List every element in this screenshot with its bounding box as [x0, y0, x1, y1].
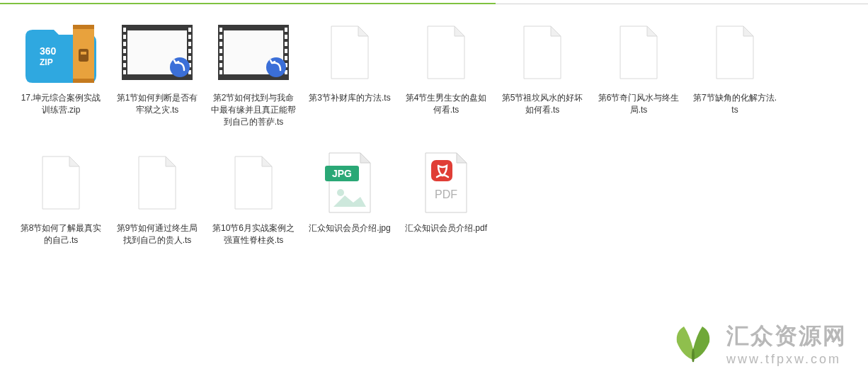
svg-rect-19 [188, 35, 191, 39]
file-name-label: 第4节生男生女的盘如何看.ts [401, 92, 491, 116]
svg-rect-3 [73, 25, 94, 29]
svg-point-44 [266, 57, 286, 77]
file-name-label: 第8节如何了解最真实的自己.ts [16, 222, 106, 246]
file-name-label: 第9节如何通过终生局找到自己的贵人.ts [112, 222, 202, 246]
svg-rect-16 [123, 63, 126, 67]
leaf-logo-icon [668, 321, 718, 367]
svg-rect-34 [219, 56, 222, 60]
svg-rect-38 [285, 35, 287, 39]
svg-rect-18 [188, 28, 191, 32]
pdf-icon: PDF [404, 147, 489, 218]
file-item[interactable]: 第5节祖坟风水的好坏如何看.ts [494, 14, 590, 130]
svg-rect-36 [219, 70, 222, 74]
file-name-label: 第10节6月实战案例之强直性脊柱炎.ts [208, 222, 299, 246]
svg-point-47 [337, 189, 344, 196]
blank-icon [115, 147, 200, 218]
svg-rect-5 [79, 49, 88, 62]
svg-text:JPG: JPG [332, 168, 352, 179]
svg-rect-39 [285, 42, 287, 46]
file-item[interactable]: 第3节补财库的方法.ts [302, 14, 398, 130]
svg-rect-12 [123, 35, 126, 39]
svg-rect-30 [219, 28, 222, 32]
watermark-url: www.tfpxw.com [726, 352, 841, 367]
file-item[interactable]: 第1节如何判断是否有牢狱之灾.ts [109, 14, 205, 130]
blank-icon [211, 147, 296, 218]
file-item[interactable]: 360 ZIP 17.坤元综合案例实战训练营.zip [13, 14, 109, 130]
svg-rect-20 [188, 42, 191, 46]
watermark-title: 汇众资源网 [726, 321, 847, 352]
svg-point-25 [170, 57, 190, 77]
svg-rect-17 [123, 70, 126, 74]
file-name-label: 汇众知识会员介绍.jpg [306, 222, 393, 234]
jpg-icon: JPG [307, 147, 392, 218]
svg-rect-11 [123, 28, 126, 32]
blank-icon [307, 17, 392, 88]
svg-rect-13 [123, 42, 126, 46]
file-name-label: 汇众知识会员介绍.pdf [402, 222, 490, 234]
file-name-label: 第7节缺角的化解方法.ts [690, 92, 780, 116]
svg-rect-33 [219, 49, 222, 53]
svg-rect-41 [285, 56, 287, 60]
blank-icon [692, 17, 777, 88]
svg-rect-6 [81, 52, 86, 55]
video-icon [211, 17, 296, 88]
file-item[interactable]: 第8节如何了解最真实的自己.ts [13, 144, 109, 249]
watermark: 汇众资源网 www.tfpxw.com [668, 321, 847, 367]
blank-icon [596, 17, 681, 88]
svg-rect-22 [188, 56, 191, 60]
file-item[interactable]: PDF 汇众知识会员介绍.pdf [398, 144, 494, 249]
zip360-icon: 360 ZIP [18, 17, 103, 88]
svg-rect-4 [73, 79, 94, 83]
svg-rect-21 [188, 49, 191, 53]
file-grid: 360 ZIP 17.坤元综合案例实战训练营.zip 第1节如何判断是否有牢狱之… [13, 14, 868, 263]
svg-rect-31 [219, 35, 222, 39]
file-name-label: 第6节奇门风水与终生局.ts [593, 92, 684, 116]
svg-rect-37 [285, 28, 287, 32]
file-name-label: 17.坤元综合案例实战训练营.zip [16, 92, 106, 116]
svg-rect-40 [285, 49, 287, 53]
file-item[interactable]: 第7节缺角的化解方法.ts [687, 14, 783, 130]
blank-icon [18, 147, 103, 218]
file-item[interactable]: 第4节生男生女的盘如何看.ts [398, 14, 494, 130]
file-name-label: 第3节补财库的方法.ts [306, 92, 393, 104]
file-item[interactable]: 第10节6月实战案例之强直性脊柱炎.ts [205, 144, 302, 249]
svg-text:360: 360 [40, 45, 57, 57]
file-name-label: 第5节祖坟风水的好坏如何看.ts [497, 92, 588, 116]
video-icon [115, 17, 200, 88]
toolbar-divider [0, 0, 868, 4]
blank-icon [404, 17, 489, 88]
file-name-label: 第2节如何找到与我命中最有缘并且真正能帮到自己的菩萨.ts [208, 92, 299, 127]
svg-text:PDF: PDF [435, 188, 457, 200]
file-item[interactable]: 第9节如何通过终生局找到自己的贵人.ts [109, 144, 205, 249]
file-item[interactable]: 第2节如何找到与我命中最有缘并且真正能帮到自己的菩萨.ts [205, 14, 302, 130]
svg-rect-35 [219, 63, 222, 67]
svg-text:ZIP: ZIP [40, 57, 53, 67]
file-item[interactable]: JPG 汇众知识会员介绍.jpg [302, 144, 398, 249]
blank-icon [500, 17, 585, 88]
file-name-label: 第1节如何判断是否有牢狱之灾.ts [112, 92, 202, 116]
svg-rect-32 [219, 42, 222, 46]
svg-rect-15 [123, 56, 126, 60]
svg-rect-14 [123, 49, 126, 53]
file-item[interactable]: 第6节奇门风水与终生局.ts [590, 14, 687, 130]
svg-rect-48 [431, 160, 452, 181]
